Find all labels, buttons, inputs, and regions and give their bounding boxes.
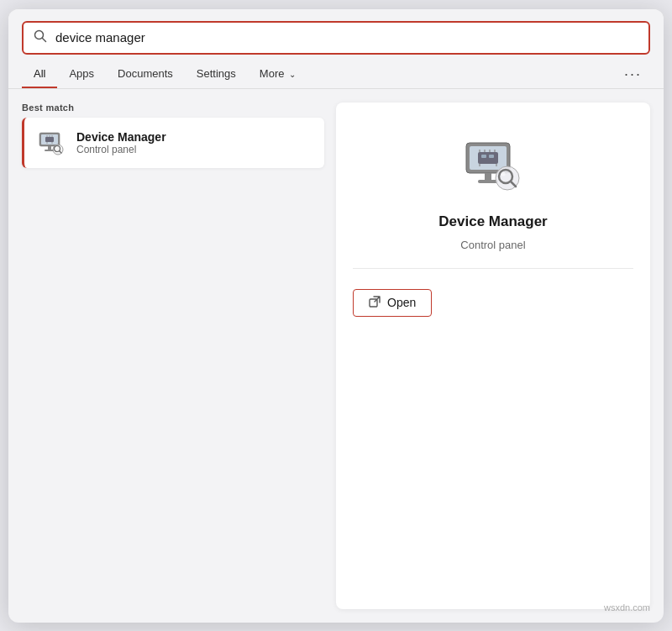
tab-settings[interactable]: Settings [185, 60, 248, 88]
svg-rect-27 [485, 173, 491, 180]
svg-point-15 [55, 147, 57, 149]
result-title: Device Manager [76, 130, 166, 144]
tab-more[interactable]: More ⌄ [248, 60, 307, 88]
detail-subtitle: Control panel [460, 239, 525, 251]
svg-rect-19 [481, 155, 486, 158]
result-item-device-manager[interactable]: Device Manager Control panel [22, 118, 324, 168]
svg-line-1 [43, 38, 46, 41]
nav-tabs: All Apps Documents Settings More ⌄ ··· [8, 55, 664, 89]
result-subtitle: Control panel [76, 144, 166, 155]
tab-all[interactable]: All [22, 60, 57, 88]
svg-point-32 [501, 171, 506, 176]
chevron-down-icon: ⌄ [289, 70, 296, 79]
detail-device-manager-icon [459, 133, 527, 200]
search-panel: All Apps Documents Settings More ⌄ ··· [8, 9, 664, 623]
svg-rect-18 [478, 152, 498, 164]
open-button[interactable]: Open [353, 289, 432, 317]
search-input[interactable] [55, 30, 638, 45]
device-manager-icon [36, 128, 66, 158]
search-icon [34, 29, 47, 46]
search-bar-area [8, 9, 664, 55]
more-options-button[interactable]: ··· [616, 60, 650, 88]
svg-rect-20 [489, 155, 494, 158]
search-bar [22, 21, 650, 55]
results-panel: Best match [22, 103, 324, 609]
watermark: wsxdn.com [604, 602, 650, 613]
detail-title: Device Manager [438, 213, 547, 230]
detail-divider [353, 268, 633, 269]
tab-documents[interactable]: Documents [106, 60, 185, 88]
svg-rect-28 [478, 180, 498, 183]
best-match-label: Best match [22, 103, 324, 113]
svg-rect-10 [48, 146, 51, 150]
main-content: Best match [8, 89, 664, 623]
open-external-icon [369, 296, 381, 310]
svg-rect-4 [45, 137, 54, 142]
open-label: Open [387, 296, 416, 309]
detail-panel: Device Manager Control panel Open [336, 103, 650, 609]
tab-apps[interactable]: Apps [57, 60, 106, 88]
result-text: Device Manager Control panel [76, 130, 166, 155]
